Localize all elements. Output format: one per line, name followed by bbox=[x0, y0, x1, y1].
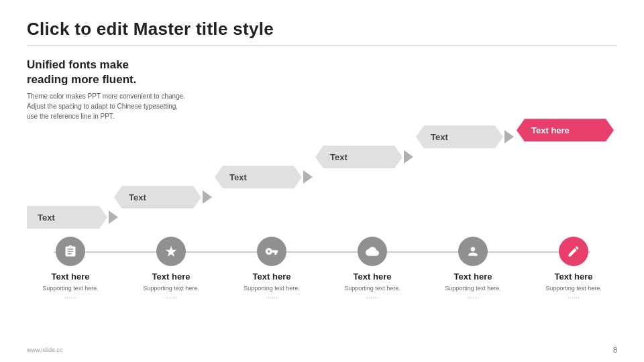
stair-step-6: Text here bbox=[517, 119, 614, 141]
staircase: Text Text Text bbox=[27, 128, 617, 229]
edit-icon bbox=[567, 245, 580, 258]
step-notch-5 bbox=[504, 130, 514, 143]
stair-step-1: Text bbox=[27, 206, 118, 229]
person-icon bbox=[466, 245, 480, 258]
star-icon bbox=[164, 245, 178, 258]
icon-circle-3 bbox=[257, 237, 286, 266]
footer-page: 8 bbox=[613, 346, 617, 354]
icon-dots-5: …… bbox=[467, 293, 479, 300]
icon-dots-3: …… bbox=[266, 293, 278, 300]
stair-step-2: Text bbox=[114, 186, 212, 208]
icon-support-5: Supporting text here. bbox=[445, 284, 501, 293]
icon-support-1: Supporting text here. bbox=[42, 284, 99, 293]
icon-label-5: Text here bbox=[454, 272, 492, 282]
step-box-6: Text here bbox=[517, 119, 614, 141]
icon-label-2: Text here bbox=[152, 272, 191, 282]
icon-dots-4: …… bbox=[366, 293, 378, 300]
icons-row: Text here Supporting text here. …… Text … bbox=[27, 237, 617, 300]
icon-circle-6 bbox=[559, 237, 588, 266]
icon-label-4: Text here bbox=[354, 272, 392, 282]
icon-circle-4 bbox=[358, 237, 387, 266]
step-box-4: Text bbox=[315, 145, 402, 168]
icon-dots-6: …… bbox=[568, 293, 580, 300]
icon-item-5: Text here Supporting text here. …… bbox=[429, 237, 517, 300]
icon-item-2: Text here Supporting text here. …… bbox=[127, 237, 215, 300]
step-box-1: Text bbox=[27, 206, 107, 229]
icon-circle-2 bbox=[156, 237, 186, 266]
key-icon bbox=[265, 245, 278, 258]
step-notch-3 bbox=[303, 170, 313, 184]
icon-item-6: Text here Supporting text here. …… bbox=[530, 237, 617, 300]
description: Theme color makes PPT more convenient to… bbox=[27, 91, 241, 121]
icon-dots-2: …… bbox=[165, 293, 177, 300]
stair-step-3: Text bbox=[215, 166, 313, 188]
icon-item-3: Text here Supporting text here. …… bbox=[228, 237, 315, 300]
step-box-5: Text bbox=[416, 125, 503, 148]
title-area: Click to edit Master title style bbox=[27, 19, 617, 46]
icon-circle-1 bbox=[56, 237, 85, 266]
icon-circle-5 bbox=[458, 237, 488, 266]
icon-item-4: Text here Supporting text here. …… bbox=[329, 237, 416, 300]
icon-label-3: Text here bbox=[253, 272, 291, 282]
step-notch-2 bbox=[203, 190, 212, 204]
icon-label-1: Text here bbox=[52, 272, 90, 282]
footer-url: www.islide.cc bbox=[27, 347, 63, 353]
step-box-2: Text bbox=[114, 186, 201, 208]
step-box-3: Text bbox=[215, 166, 302, 188]
subtitle-area: Unified fonts make reading more fluent. … bbox=[27, 52, 617, 125]
icon-support-2: Supporting text here. bbox=[143, 284, 199, 293]
icon-item-1: Text here Supporting text here. …… bbox=[27, 237, 114, 300]
clipboard-icon bbox=[64, 245, 77, 258]
main-title: Click to edit Master title style bbox=[27, 19, 617, 40]
step-notch-1 bbox=[109, 210, 118, 224]
slide: Click to edit Master title style Unified… bbox=[0, 0, 644, 362]
cloud-icon bbox=[366, 245, 379, 258]
icon-label-6: Text here bbox=[555, 272, 593, 282]
stair-step-4: Text bbox=[315, 145, 413, 168]
icon-support-6: Supporting text here. bbox=[545, 284, 602, 293]
step-notch-4 bbox=[404, 150, 413, 164]
icon-dots-1: …… bbox=[64, 293, 76, 300]
icon-support-4: Supporting text here. bbox=[344, 284, 400, 293]
footer: www.islide.cc 8 bbox=[27, 346, 617, 354]
stair-step-5: Text bbox=[416, 125, 514, 148]
subtitle: Unified fonts make reading more fluent. bbox=[27, 58, 617, 87]
icon-support-3: Supporting text here. bbox=[244, 284, 300, 293]
